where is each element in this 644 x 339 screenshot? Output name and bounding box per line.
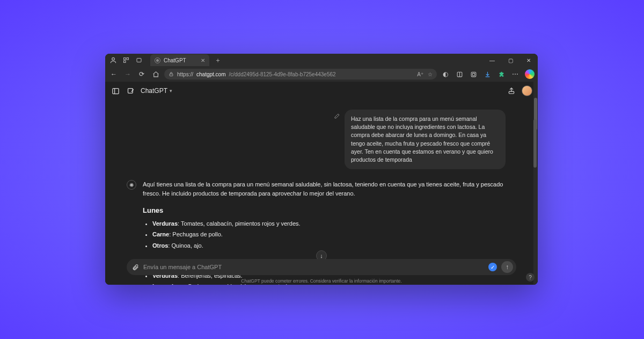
page-content: ChatGPT ▾ Haz una lista de la compra par…	[105, 82, 538, 285]
tab-close-icon[interactable]: ✕	[201, 57, 205, 63]
share-icon[interactable]	[507, 86, 516, 96]
assistant-avatar-icon: ✺	[127, 180, 136, 190]
more-icon[interactable]: ⋯	[510, 69, 521, 80]
user-message-row: Haz una lista de la compra para un menú …	[127, 110, 506, 169]
workspaces-icon[interactable]	[122, 56, 130, 64]
tab-actions-icon[interactable]	[135, 56, 143, 64]
address-bar: ← → ⟳ https://chatgpt.com/c/ddd2495d-812…	[105, 67, 538, 82]
edit-message-icon[interactable]	[334, 113, 340, 119]
item-value: : Pechugas de pollo.	[169, 231, 223, 237]
window-maximize-button[interactable]: ▢	[501, 54, 519, 67]
send-button[interactable]: ↑	[501, 261, 513, 273]
copilot-icon[interactable]	[525, 69, 535, 79]
browser-essentials-icon[interactable]	[468, 69, 479, 80]
svg-rect-13	[509, 91, 514, 93]
svg-rect-2	[127, 58, 129, 60]
disclaimer-text: ChatGPT puede cometer errores. Considera…	[105, 278, 538, 284]
tab-favicon-icon	[155, 57, 160, 63]
url-box[interactable]: https://chatgpt.com/c/ddd2495d-8125-4d9e…	[164, 69, 437, 80]
window-controls: — ▢ ✕	[483, 54, 538, 67]
svg-rect-8	[471, 72, 476, 77]
extensions-split-icon[interactable]: ◐	[440, 69, 451, 80]
sidebar-toggle-icon[interactable]	[111, 86, 120, 96]
chevron-down-icon: ▾	[170, 88, 172, 93]
window-close-button[interactable]: ✕	[519, 54, 538, 67]
help-label: ?	[529, 275, 532, 280]
svg-rect-1	[124, 58, 126, 60]
attach-file-icon[interactable]	[132, 264, 139, 271]
help-button[interactable]: ?	[526, 273, 535, 282]
item-label: Carne	[152, 231, 169, 237]
extensions-icon[interactable]	[496, 69, 507, 80]
model-selector[interactable]: ChatGPT ▾	[141, 87, 172, 95]
new-chat-icon[interactable]	[126, 86, 135, 96]
user-avatar[interactable]	[522, 85, 532, 96]
window-titlebar: ChatGPT ✕ ＋ — ▢ ✕	[105, 54, 538, 67]
svg-rect-5	[170, 74, 173, 76]
url-path: /c/ddd2495d-8125-4d9e-8fab-b725e443e562	[229, 71, 336, 77]
chat-scrollbar[interactable]	[533, 119, 537, 168]
list-item: Verduras: Tomates, calabacín, pimientos …	[152, 219, 506, 228]
verified-badge-icon[interactable]: ✓	[488, 263, 497, 271]
svg-rect-10	[112, 88, 118, 93]
url-right-icons: A⁺ ☆	[417, 71, 433, 77]
url-scheme: https://	[177, 71, 193, 77]
app-header: ChatGPT ▾	[105, 82, 538, 100]
message-composer: ✓ ↑	[127, 259, 516, 275]
user-message-text: Haz una lista de la compra para un menú …	[351, 116, 493, 163]
window-minimize-button[interactable]: —	[483, 54, 501, 67]
nav-home-button[interactable]	[150, 69, 161, 80]
nav-forward-button[interactable]: →	[122, 69, 133, 80]
svg-point-0	[112, 57, 115, 60]
collections-icon[interactable]	[454, 69, 465, 80]
favorite-icon[interactable]: ☆	[428, 71, 433, 77]
nav-refresh-button[interactable]: ⟳	[136, 69, 147, 80]
list-item: Carne: Pechugas de pollo.	[152, 230, 506, 239]
url-host: chatgpt.com	[196, 71, 225, 77]
day-heading-lunes: Lunes	[143, 205, 506, 216]
model-label: ChatGPT	[141, 87, 167, 95]
item-label: Verduras	[152, 220, 178, 227]
chat-area: Haz una lista de la compra para un menú …	[105, 100, 538, 285]
user-message-bubble: Haz una lista de la compra para un menú …	[345, 110, 506, 169]
profile-icon[interactable]	[109, 56, 117, 64]
browser-tab[interactable]: ChatGPT ✕	[150, 54, 209, 66]
new-tab-button[interactable]: ＋	[213, 55, 223, 66]
item-value: : Quinoa, ajo.	[168, 242, 203, 249]
nav-back-button[interactable]: ←	[108, 69, 119, 80]
downloads-icon[interactable]	[482, 69, 493, 80]
item-value: : Tomates, calabacín, pimientos rojos y …	[178, 220, 300, 227]
read-aloud-icon[interactable]: A⁺	[417, 71, 423, 77]
svg-rect-9	[472, 73, 474, 75]
day-list-lunes: Verduras: Tomates, calabacín, pimientos …	[143, 219, 506, 250]
tab-title: ChatGPT	[164, 57, 186, 63]
assistant-intro-text: Aquí tienes una lista de la compra para …	[143, 180, 506, 198]
lock-icon	[169, 71, 174, 77]
message-input[interactable]	[143, 264, 484, 270]
browser-window: ChatGPT ✕ ＋ — ▢ ✕ ← → ⟳ https://chatgpt.…	[105, 54, 538, 285]
svg-rect-4	[137, 59, 141, 62]
svg-rect-3	[124, 61, 126, 63]
list-item: Otros: Quinoa, ajo.	[152, 241, 506, 250]
chatgpt-app: ChatGPT ▾ Haz una lista de la compra par…	[105, 82, 538, 285]
item-label: Otros	[152, 242, 168, 249]
titlebar-left-icons	[109, 56, 143, 64]
